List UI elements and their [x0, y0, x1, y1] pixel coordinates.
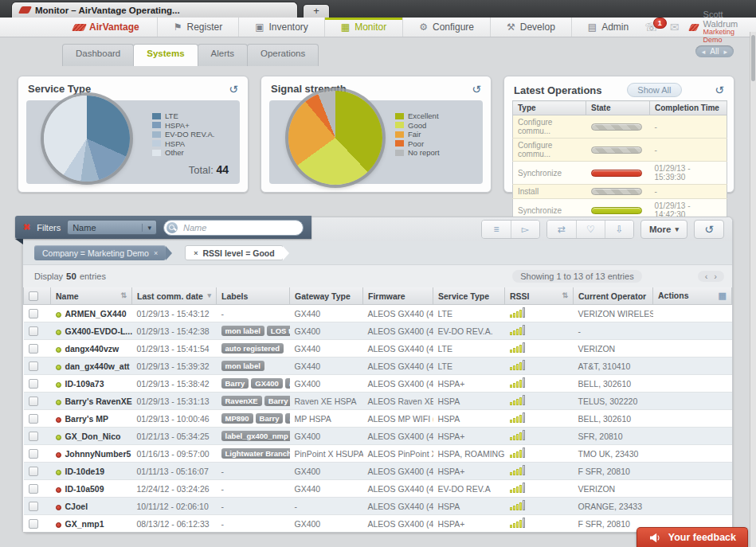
view-pager[interactable]: ◂ All ▸ — [695, 45, 734, 57]
tab-systems[interactable]: Systems — [133, 44, 198, 66]
row-checkbox[interactable] — [29, 449, 38, 459]
system-row[interactable]: Barry's RavenXE01/29/13 - 15:31:13RavenX… — [24, 393, 732, 410]
operation-row[interactable]: Synchronize01/29/13 - 15:39:30 — [513, 162, 727, 185]
tab-alerts[interactable]: Alerts — [198, 44, 248, 66]
filter-search-input[interactable] — [163, 220, 304, 236]
label-button[interactable]: ▻ — [511, 221, 539, 238]
list-view-button[interactable]: ≡ — [482, 221, 511, 238]
systems-table: Name⇅ Last comm. date▾ Labels Gateway Ty… — [23, 287, 732, 532]
sync-button[interactable]: ⇄ — [547, 221, 576, 238]
col-firmware[interactable]: Firmware — [363, 287, 433, 305]
new-tab-button[interactable]: + — [303, 4, 330, 18]
row-checkbox[interactable] — [29, 414, 38, 424]
col-service-type[interactable]: Service Type — [433, 287, 505, 305]
page-prev-icon[interactable]: ‹ — [705, 272, 708, 281]
scrollbar-thumb[interactable] — [751, 35, 755, 81]
show-all-button[interactable]: Show All — [627, 83, 681, 97]
browser-tab[interactable]: Monitor – AirVantage Operating... — [11, 2, 298, 18]
filter-field-select[interactable]: Name ▾ — [67, 220, 157, 235]
filter-chip-rssi[interactable]: × RSSI level = Good — [185, 245, 283, 260]
filters-close-icon[interactable]: ✖ — [23, 222, 30, 232]
col-last-comm[interactable]: Last comm. date▾ — [132, 287, 217, 305]
system-row[interactable]: JohnnyNumber501/16/13 - 09:57:00Lightwat… — [24, 445, 732, 463]
row-checkbox[interactable] — [29, 502, 38, 511]
page-next-icon[interactable]: › — [714, 272, 717, 281]
nav-item-register[interactable]: ⚑ Register — [157, 18, 238, 37]
export-button[interactable]: ⇩ — [605, 221, 633, 238]
pager-left-icon[interactable]: ◂ — [702, 48, 706, 56]
row-checkbox[interactable] — [29, 519, 38, 529]
system-row[interactable]: ID-10a50912/24/12 - 03:24:26-GX440ALEOS … — [24, 480, 732, 498]
filter-chip-company[interactable]: Company = Marketing Demo × — [34, 245, 166, 260]
messages-button[interactable]: ✉ — [670, 21, 680, 33]
operation-row[interactable]: Configure commu...- — [513, 139, 727, 162]
row-checkbox[interactable] — [29, 484, 38, 494]
system-row[interactable]: Barry's MP01/29/13 - 10:00:46MP890Barrya… — [24, 410, 732, 428]
notifications-button[interactable]: ☏ 1 — [644, 21, 659, 33]
system-row[interactable]: dangx440vzw01/29/13 - 15:41:54auto regis… — [24, 340, 732, 358]
table-refresh-button[interactable]: ↺ — [694, 220, 724, 239]
system-row[interactable]: GX_Don_Nico01/21/13 - 05:34:25label_gx40… — [24, 428, 732, 445]
refresh-icon[interactable]: ↺ — [472, 84, 481, 95]
entries-per-page-select[interactable]: 50 — [66, 272, 76, 281]
column-picker-icon[interactable]: ▦ — [719, 291, 727, 301]
operation-row[interactable]: Configure commu...- — [513, 115, 727, 139]
system-row[interactable]: ID-10de1901/11/13 - 05:16:07-GX400ALEOS … — [24, 463, 732, 480]
system-name: ID-10de19 — [65, 467, 105, 476]
nav-item-monitor[interactable]: ▦ Monitor — [324, 18, 402, 37]
nav-item-develop[interactable]: ⚒ Develop — [490, 18, 571, 37]
pager-right-icon[interactable]: ▸ — [723, 48, 727, 56]
refresh-icon[interactable]: ↺ — [229, 84, 238, 95]
label-chip: RavenXE — [221, 396, 262, 406]
row-checkbox[interactable] — [29, 379, 38, 389]
comm-status-icon — [56, 522, 61, 528]
monitor-health-button[interactable]: ♡ — [576, 221, 605, 238]
col-labels[interactable]: Labels — [217, 287, 290, 305]
nav-item-inventory[interactable]: ▣ Inventory — [238, 18, 324, 37]
tab-operations[interactable]: Operations — [247, 44, 319, 66]
select-all-checkbox[interactable] — [29, 291, 38, 301]
sort-desc-icon[interactable]: ▾ — [207, 291, 211, 299]
col-name[interactable]: Name⇅ — [51, 287, 132, 305]
heart-icon: ♡ — [586, 224, 595, 235]
tab-dashboard[interactable]: Dashboard — [62, 44, 134, 66]
system-name: Barry's RavenXE — [65, 397, 132, 406]
active-filter-chips: Company = Marketing Demo × × RSSI level … — [23, 241, 732, 265]
col-current-operator[interactable]: Current Operator — [574, 287, 653, 305]
refresh-icon[interactable]: ↺ — [715, 84, 724, 96]
row-checkbox[interactable] — [29, 467, 38, 476]
col-gateway-type[interactable]: Gateway Type — [290, 287, 363, 305]
row-checkbox[interactable] — [29, 309, 38, 318]
row-checkbox[interactable] — [29, 326, 38, 336]
row-checkbox[interactable] — [29, 361, 38, 371]
ops-col-type[interactable]: Type — [513, 101, 586, 115]
row-checkbox[interactable] — [29, 397, 38, 406]
select-all-header[interactable] — [24, 287, 51, 305]
system-row[interactable]: ARMEN_GX44001/29/13 - 15:43:12-GX440ALEO… — [24, 305, 732, 322]
row-checkbox[interactable] — [29, 344, 38, 354]
flag-icon: ⚑ — [174, 21, 182, 33]
system-row[interactable]: dan_gx440w_att01/29/13 - 15:39:32mon lab… — [24, 358, 732, 375]
table-pagination[interactable]: ‹ › — [698, 271, 724, 282]
sort-icon[interactable]: ⇅ — [562, 291, 568, 299]
row-checkbox[interactable] — [29, 432, 38, 441]
chip-close-icon[interactable]: × — [194, 249, 198, 257]
nav-item-configure[interactable]: ⚙ Configure — [402, 18, 490, 37]
system-row[interactable]: CJoel10/11/12 - 02:06:10--ALEOS GX440 (4… — [24, 498, 732, 515]
operation-row[interactable]: Install- — [513, 185, 727, 199]
col-rssi[interactable]: RSSI⇅ — [505, 287, 574, 305]
more-button[interactable]: More ▾ — [640, 220, 687, 239]
list-icon: ≡ — [493, 224, 499, 235]
system-row[interactable]: GX400-EVDO-L...01/29/13 - 15:42:38mon la… — [24, 322, 732, 340]
ops-col-state[interactable]: State — [586, 101, 650, 115]
sort-icon[interactable]: ⇅ — [120, 291, 127, 299]
nav-item-admin[interactable]: ▤ Admin — [571, 18, 644, 37]
col-actions[interactable]: Actions▦ — [653, 287, 732, 305]
system-row[interactable]: GX_nmp108/13/12 - 06:12:33-GX400ALEOS GX… — [24, 515, 732, 533]
airvantage-brand[interactable]: AirVantage — [56, 18, 157, 37]
system-row[interactable]: ID-109a7301/29/13 - 15:38:42BarryGX400a.… — [24, 375, 732, 393]
ops-col-completion[interactable]: Completion Time — [650, 101, 727, 115]
page-scrollbar[interactable] — [750, 32, 756, 547]
chip-close-icon[interactable]: × — [154, 249, 158, 257]
feedback-button[interactable]: Your feedback — [637, 527, 748, 547]
